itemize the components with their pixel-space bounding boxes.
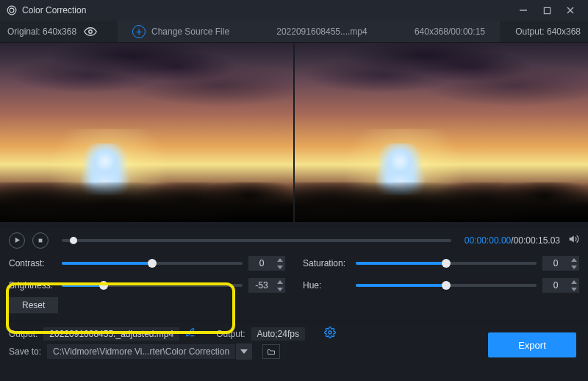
plus-icon: + (132, 25, 146, 38)
timeline-thumb[interactable] (70, 237, 77, 244)
hue-thumb[interactable] (442, 281, 451, 290)
svg-marker-9 (570, 235, 574, 242)
stop-button[interactable] (32, 232, 49, 249)
contrast-row: Contrast: 0 (9, 256, 285, 271)
svg-point-6 (89, 29, 93, 33)
save-path-dropdown-icon[interactable] (236, 343, 252, 360)
titlebar: Color Correction (0, 0, 588, 21)
hue-step-down[interactable] (569, 285, 579, 293)
edit-output-name-icon[interactable] (185, 327, 196, 340)
color-correction-panel: Contrast: 0 Saturation: 0 Bright (0, 253, 588, 313)
save-to-label: Save to: (9, 346, 41, 357)
output-encoding-label: Output: (216, 329, 245, 339)
preview-original (0, 43, 293, 222)
contrast-value-box[interactable]: 0 (248, 256, 285, 271)
close-button[interactable] (559, 0, 582, 21)
brightness-value: -53 (248, 280, 275, 291)
preview-toggle-icon[interactable] (84, 25, 97, 38)
svg-marker-14 (277, 280, 283, 284)
source-meta: 640x368/00:00:15 (415, 26, 485, 37)
open-folder-button[interactable] (262, 344, 280, 359)
brightness-thumb[interactable] (99, 281, 108, 290)
saturation-step-up[interactable] (569, 256, 579, 263)
output-dims: 640x368 (547, 26, 581, 37)
contrast-label: Contrast: (9, 258, 56, 268)
saturation-step-down[interactable] (569, 263, 579, 271)
output-settings-icon[interactable] (324, 327, 336, 341)
source-filename: 2022091608455....mp4 (276, 26, 367, 37)
preview-output (293, 43, 588, 222)
contrast-step-down[interactable] (275, 263, 285, 271)
export-button[interactable]: Export (488, 332, 576, 357)
reset-button[interactable]: Reset (9, 297, 58, 313)
hue-slider[interactable] (356, 284, 537, 287)
total-time: 00:00:15.03 (514, 235, 560, 246)
svg-marker-15 (277, 288, 283, 291)
contrast-value: 0 (248, 258, 275, 268)
original-dims: 640x368 (43, 26, 76, 37)
original-label: Original: (7, 26, 40, 37)
saturation-label: Saturation: (303, 258, 350, 268)
current-time: 00:00:00.00 (465, 235, 511, 246)
saturation-fill (356, 262, 446, 265)
svg-rect-3 (544, 7, 550, 13)
change-source-label: Change Source File (151, 26, 229, 37)
brightness-step-down[interactable] (275, 285, 285, 293)
save-path: C:\Vidmore\Vidmore Vi...rter\Color Corre… (47, 344, 235, 359)
output-label: Output: (515, 26, 544, 37)
svg-marker-17 (571, 288, 577, 291)
hue-row: Hue: 0 (303, 278, 579, 293)
play-button[interactable] (9, 232, 25, 249)
maximize-button[interactable] (535, 0, 559, 21)
svg-rect-8 (39, 238, 43, 242)
change-source-button[interactable]: + Change Source File (132, 25, 229, 38)
svg-point-0 (10, 8, 14, 13)
saturation-value: 0 (542, 258, 569, 268)
svg-marker-10 (277, 258, 283, 262)
saturation-slider[interactable] (356, 262, 537, 265)
svg-marker-7 (15, 238, 19, 243)
saturation-value-box[interactable]: 0 (542, 256, 579, 271)
hue-fill (356, 284, 446, 287)
svg-marker-13 (571, 266, 577, 269)
hue-value-box[interactable]: 0 (542, 278, 579, 293)
svg-marker-12 (571, 258, 577, 262)
minimize-button[interactable] (512, 0, 535, 21)
contrast-step-up[interactable] (275, 256, 285, 263)
window-title: Color Correction (22, 5, 86, 15)
output-encoding: Auto;24fps (251, 327, 305, 341)
svg-point-1 (7, 6, 16, 15)
svg-marker-11 (277, 266, 283, 269)
timecode: 00:00:00.00/00:00:15.03 (465, 235, 560, 246)
playback-bar: 00:00:00.00/00:00:15.03 (0, 227, 588, 253)
timeline-track[interactable] (62, 239, 451, 242)
output-filename: 2022091608455._adjusted.mp4 (43, 327, 179, 341)
volume-icon[interactable] (567, 233, 579, 247)
brightness-step-up[interactable] (275, 278, 285, 285)
brightness-value-box[interactable]: -53 (248, 278, 285, 293)
brightness-slider[interactable] (62, 284, 243, 287)
hue-step-up[interactable] (569, 278, 579, 285)
contrast-fill (62, 262, 152, 265)
brightness-fill (62, 284, 104, 287)
hue-label: Hue: (303, 280, 350, 291)
svg-marker-16 (571, 280, 577, 284)
svg-point-18 (329, 331, 331, 334)
saturation-row: Saturation: 0 (303, 256, 579, 271)
brightness-row: Brightness: -53 (9, 278, 285, 293)
hue-value: 0 (542, 280, 569, 291)
contrast-thumb[interactable] (148, 259, 157, 268)
app-icon (6, 4, 18, 16)
svg-marker-19 (240, 349, 248, 354)
contrast-slider[interactable] (62, 262, 243, 265)
output-file-label: Output: (9, 329, 37, 339)
save-path-combo[interactable]: C:\Vidmore\Vidmore Vi...rter\Color Corre… (47, 343, 252, 360)
saturation-thumb[interactable] (442, 259, 451, 268)
info-toolbar: Original: 640x368 + Change Source File 2… (0, 21, 588, 43)
brightness-label: Brightness: (9, 280, 56, 291)
preview-area (0, 43, 588, 222)
